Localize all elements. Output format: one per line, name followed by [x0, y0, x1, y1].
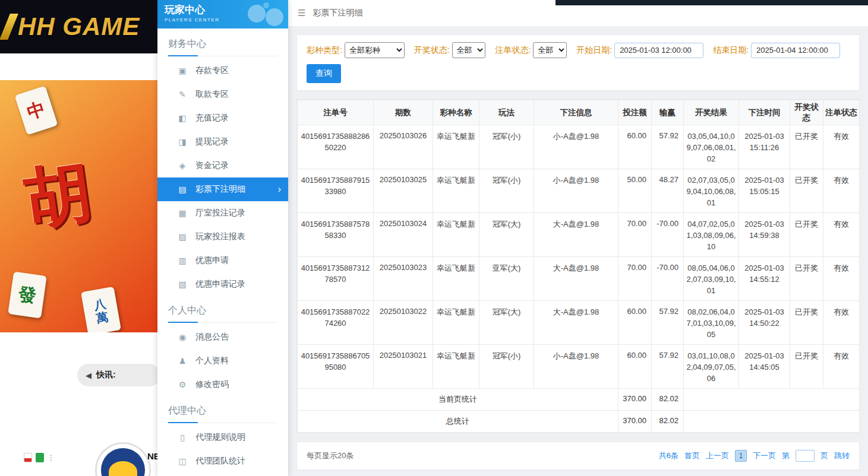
- col-header-period: 期数: [374, 100, 433, 125]
- next-page-link[interactable]: 下一页: [753, 450, 776, 461]
- page-title: 彩票下注明细: [313, 8, 362, 18]
- current-page-summary-row: 当前页统计370.0082.02: [298, 389, 860, 411]
- sidebar-item-messages[interactable]: ◉消息公告: [157, 325, 288, 349]
- sidebar-item-deposit-zone[interactable]: ▣存款专区: [157, 59, 288, 82]
- sidebar-item-promo-apply[interactable]: ▥优惠申请: [157, 249, 288, 272]
- sidebar-item-agent-team-stats[interactable]: ◫代理团队统计: [157, 449, 288, 473]
- mahjong-banner-image: 中 胡 發 八萬: [0, 80, 157, 332]
- first-page-link[interactable]: 首页: [684, 450, 700, 461]
- prev-page-link[interactable]: 上一页: [706, 450, 729, 461]
- cell-draw-status: 已开奖: [790, 169, 823, 213]
- site-logo-area: HH GAME: [0, 0, 157, 53]
- bets-table-body: 40156917358882865022020250103026幸运飞艇新冠军(…: [298, 125, 860, 433]
- user-icon: ♟: [178, 356, 187, 366]
- sidebar-item-change-password[interactable]: ⚙修改密码: [157, 373, 288, 396]
- news-ticker: ◀ 快讯:: [77, 364, 157, 386]
- bell-icon: ◉: [178, 332, 187, 342]
- sidebar-item-hall-bet-records[interactable]: ▦厅室投注记录: [157, 201, 288, 225]
- start-date-label: 开始日期:: [576, 45, 612, 56]
- cashout-icon: ◨: [178, 137, 187, 147]
- cell-draw-result: 03,01,10,08,02,04,09,07,05,06: [684, 345, 739, 389]
- cell-draw-status: 已开奖: [790, 257, 823, 301]
- cell-bet-info: 大-A盘@1.98: [534, 301, 618, 345]
- sidebar-item-promo-apply-records[interactable]: ▧优惠申请记录: [157, 272, 288, 296]
- cell-bet-info: 大-A盘@1.98: [534, 213, 618, 257]
- tile-glyph: 八萬: [91, 297, 111, 325]
- sidebar-item-lottery-bet-details[interactable]: ▤彩票下注明细›: [157, 177, 288, 201]
- wps-icon[interactable]: [36, 453, 44, 462]
- summary-bet-amount: 370.00: [618, 389, 652, 411]
- cell-period: 20250103026: [374, 125, 433, 169]
- start-date-input[interactable]: [614, 43, 703, 58]
- col-header-bet-info: 下注信息: [534, 100, 618, 125]
- bets-table-panel: 注单号期数彩种名称玩法下注信息投注额输赢开奖结果下注时间开奖状态注单状态 401…: [296, 99, 860, 433]
- page-prefix-label: 第: [782, 450, 790, 461]
- current-page-indicator[interactable]: 1: [735, 450, 747, 462]
- draw-status-select[interactable]: 全部: [452, 42, 486, 58]
- background-site: HH GAME 中 胡 發 八萬 ◀ 快讯: NE ⋮: [0, 0, 157, 476]
- withdraw-icon: ✎: [178, 90, 187, 99]
- cell-period: 20250103024: [374, 213, 433, 257]
- cell-bet-amount: 60.00: [618, 301, 652, 345]
- cell-bet-no: 401569173588757858330: [298, 213, 374, 257]
- sidebar-item-label: 存款专区: [195, 65, 229, 76]
- summary-win-loss: 82.02: [652, 411, 684, 433]
- more-dots-icon[interactable]: ⋮: [48, 454, 55, 461]
- end-date-input[interactable]: [751, 43, 840, 58]
- promo-records-icon: ▧: [178, 280, 187, 289]
- cell-bet-no: 401569173588791533980: [298, 169, 374, 213]
- team-logo-inner: [101, 448, 145, 476]
- cell-bet-info: 小-A盘@1.98: [534, 169, 618, 213]
- gear-icon: ⚙: [178, 380, 187, 389]
- cell-bet-status: 有效: [823, 301, 860, 345]
- bets-table: 注单号期数彩种名称玩法下注信息投注额输赢开奖结果下注时间开奖状态注单状态 401…: [297, 100, 860, 433]
- jump-button[interactable]: 跳转: [834, 450, 850, 461]
- cell-period: 20250103021: [374, 345, 433, 389]
- bet-status-select[interactable]: 全部: [533, 42, 567, 58]
- cell-lottery-name: 幸运飞艇新: [433, 301, 479, 345]
- cell-bet-status: 有效: [823, 213, 860, 257]
- sidebar-item-label: 厅室投注记录: [195, 208, 245, 218]
- cell-bet-no: 401569173588731278570: [298, 257, 374, 301]
- sidebar-item-recharge-records[interactable]: ◧充值记录: [157, 106, 288, 130]
- cell-win-loss: 48.27: [652, 169, 684, 213]
- sidebar-item-agent-rules[interactable]: ▯代理规则说明: [157, 426, 288, 449]
- funds-icon: ◈: [178, 161, 187, 170]
- sidebar-section-agent: 代理中心: [168, 405, 277, 423]
- players-center-sidebar: 玩家中心 PLAYERS CENTER 财务中心▣存款专区✎取款专区◧充值记录◨…: [157, 0, 288, 476]
- deposit-icon: ▣: [178, 66, 187, 75]
- cell-draw-result: 08,05,04,06,02,07,03,09,10,01: [684, 257, 739, 301]
- sidebar-item-fund-records[interactable]: ◈资金记录: [157, 154, 288, 177]
- sidebar-item-withdraw-zone[interactable]: ✎取款专区: [157, 82, 288, 106]
- query-button[interactable]: 查询: [307, 64, 341, 83]
- cell-bet-amount: 70.00: [618, 257, 652, 301]
- cell-lottery-name: 幸运飞艇新: [433, 213, 479, 257]
- bet-row: 40156917358870227426020250103022幸运飞艇新冠军(…: [298, 301, 860, 345]
- lottery-type-select[interactable]: 全部彩种: [345, 42, 405, 58]
- summary-empty-cell: [684, 411, 860, 433]
- summary-label: 当前页统计: [298, 389, 618, 411]
- cell-bet-status: 有效: [823, 257, 860, 301]
- sidebar-item-label: 消息公告: [195, 332, 229, 342]
- summary-win-loss: 82.02: [652, 389, 684, 411]
- sidebar-item-label: 代理团队统计: [195, 456, 245, 467]
- sidebar-item-profile[interactable]: ♟个人资料: [157, 349, 288, 373]
- chevron-right-icon: ›: [278, 185, 281, 194]
- hamburger-menu-icon[interactable]: ☰: [298, 8, 305, 18]
- end-date-label: 结束日期:: [713, 45, 749, 56]
- page-jump-input[interactable]: [796, 450, 815, 462]
- per-page-text: 每页显示20条: [307, 450, 353, 461]
- document-icon[interactable]: [24, 453, 32, 462]
- sidebar-item-withdrawal-records[interactable]: ◨提现记录: [157, 130, 288, 154]
- cell-bet-amount: 60.00: [618, 125, 652, 169]
- ticker-label: 快讯:: [96, 370, 116, 380]
- cell-bet-amount: 60.00: [618, 345, 652, 389]
- cell-draw-status: 已开奖: [790, 125, 823, 169]
- sidebar-section-finance: 财务中心: [168, 38, 277, 56]
- cell-bet-status: 有效: [823, 125, 860, 169]
- cell-win-loss: -70.00: [652, 213, 684, 257]
- logo-slash-shape: [0, 14, 18, 40]
- mahjong-tile: 中: [15, 85, 58, 135]
- sidebar-item-label: 修改密码: [195, 379, 229, 390]
- sidebar-item-player-bet-report[interactable]: ▨玩家投注报表: [157, 225, 288, 249]
